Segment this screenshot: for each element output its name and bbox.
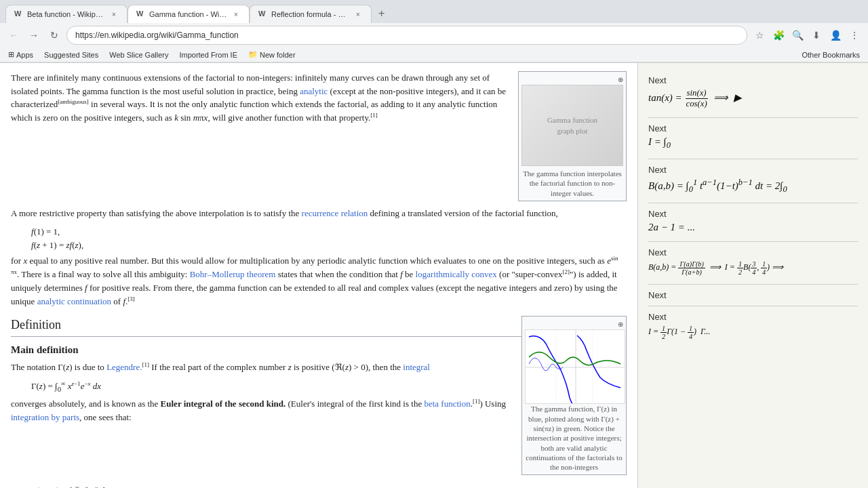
formula-gamma-z1: Γ(z + 1) = ∫0∞ xze−x dx (31, 483, 627, 488)
back-button[interactable]: ← (5, 27, 22, 43)
next-label-3: Next (648, 209, 858, 219)
bm-apps-label: Apps (16, 51, 33, 59)
zoom-icon[interactable]: 🔍 (789, 27, 806, 43)
bm-other-bookmarks[interactable]: Other Bookmarks (799, 49, 863, 60)
link-legendre[interactable]: Legendre. (106, 362, 142, 372)
bm-suggested-sites[interactable]: Suggested Sites (41, 49, 101, 60)
link-analytic[interactable]: analytic (300, 86, 328, 96)
extensions-icon[interactable]: 🧩 (770, 27, 787, 43)
tab-title-beta: Beta function - Wikipedia (27, 10, 106, 18)
image-box-interpolates: ⊕ Gamma functiongraph plot The gamma fun… (518, 71, 627, 201)
next-label-1: Next (648, 123, 858, 134)
divider-2 (648, 203, 858, 203)
apps-icon: ⊞ (8, 50, 14, 59)
link-recurrence[interactable]: recurrence relation (302, 208, 368, 218)
next-label-6: Next (648, 312, 858, 322)
divider-4 (648, 284, 858, 285)
address-bar: ← → ↻ ☆ 🧩 🔍 ⬇ 👤 ⋮ (0, 23, 868, 47)
next-label-2: Next (648, 165, 858, 175)
menu-icon[interactable]: ⋮ (846, 27, 863, 43)
image-box-graph: ⊕ (521, 316, 627, 475)
main-area: ⊕ Gamma functiongraph plot The gamma fun… (0, 63, 868, 488)
tab-title-gamma: Gamma function - Wikipedia (149, 10, 228, 18)
divider-1 (648, 159, 858, 159)
bm-new-folder[interactable]: 📁 New folder (245, 49, 298, 60)
tab-icon-reflection: W (258, 9, 268, 19)
image-placeholder-1: Gamma functiongraph plot (521, 85, 623, 166)
close-tab-gamma[interactable]: × (231, 9, 241, 19)
math-formula-4: B(a,b) = Γ(a)Γ(b)Γ(a+b) ⟹ I = 12B(34, 14… (648, 260, 858, 276)
gamma-graph-placeholder (525, 329, 625, 404)
tab-title-reflection: Reflection formula - Wikipedia (271, 10, 350, 18)
link-integral[interactable]: integral (403, 362, 430, 372)
link-log-convex[interactable]: logarithmically convex (416, 270, 497, 280)
refresh-button[interactable]: ↻ (46, 27, 62, 43)
gamma-z1-eq: Γ(z + 1) = ∫0∞ xze−x dx (31, 485, 108, 488)
svg-rect-0 (526, 330, 625, 404)
close-tab-beta[interactable]: × (109, 9, 119, 19)
bookmark-icon[interactable]: ☆ (751, 27, 768, 43)
bm-other-label: Other Bookmarks (802, 51, 860, 59)
divider-0 (648, 117, 858, 118)
bookmarks-bar: ⊞ Apps Suggested Sites Web Slice Gallery… (0, 47, 868, 62)
bm-folder-icon: 📁 (248, 50, 258, 59)
link-beta-function[interactable]: beta function (424, 399, 470, 409)
address-input[interactable] (66, 26, 747, 45)
image-caption-2: The gamma function, Γ(z) in blue, plotte… (525, 404, 623, 472)
expand-icon-2[interactable]: ⊕ (618, 319, 623, 329)
formula-f1-eq: f(1) = 1, (31, 226, 60, 237)
for-paragraph: for x equal to any positive real number.… (11, 254, 627, 308)
tab-bar: W Beta function - Wikipedia × W Gamma fu… (0, 0, 868, 23)
wiki-article[interactable]: ⊕ Gamma functiongraph plot The gamma fun… (0, 63, 637, 488)
divider-3 (648, 241, 858, 242)
bm-web-slice-label: Web Slice Gallery (109, 51, 168, 59)
browser-chrome: W Beta function - Wikipedia × W Gamma fu… (0, 0, 868, 63)
restrictive-paragraph: A more restrictive property than satisfy… (11, 207, 627, 220)
next-label-0: Next (648, 75, 858, 85)
divider-5 (648, 306, 858, 306)
math-formula-3: 2a − 1 = ... (648, 222, 858, 233)
profile-icon[interactable]: 👤 (827, 27, 844, 43)
bm-suggested-label: Suggested Sites (44, 51, 98, 59)
euler-integral-label: Euler integral of the second kind. (161, 399, 286, 409)
new-tab-button[interactable]: + (372, 4, 391, 23)
bm-web-slice[interactable]: Web Slice Gallery (106, 49, 171, 60)
math-formula-1: I = ∫0 (648, 136, 858, 150)
forward-button[interactable]: → (26, 27, 42, 43)
tab-beta-function[interactable]: W Beta function - Wikipedia × (5, 5, 127, 23)
bm-imported-label: Imported From IE (179, 51, 237, 59)
expand-icon-1[interactable]: ⊕ (618, 75, 623, 85)
bm-imported-ie[interactable]: Imported From IE (176, 49, 240, 60)
right-panel: Next tan(x) = sin(x)cos(x) ⟹ ▶ Next I = … (637, 63, 868, 488)
tab-icon-gamma: W (136, 9, 146, 19)
next-label-5: Next (648, 290, 858, 300)
gamma-integral-eq: Γ(z) = ∫0∞ xz−1e−x dx (31, 381, 101, 391)
link-bohr-mollerup[interactable]: Bohr–Mollerup theorem (190, 270, 276, 280)
bm-new-folder-label: New folder (260, 51, 296, 59)
tab-icon-beta: W (14, 9, 24, 19)
formula-f2-eq: f(z + 1) = zf(z), (31, 240, 83, 250)
toolbar-icons: ☆ 🧩 🔍 ⬇ 👤 ⋮ (751, 27, 863, 43)
next-label-4: Next (648, 247, 858, 258)
link-analytic-continuation[interactable]: analytic continuation (37, 296, 111, 306)
math-formula-0: tan(x) = sin(x)cos(x) ⟹ ▶ (648, 88, 858, 109)
image-desc-1: Gamma functiongraph plot (547, 115, 597, 137)
math-formula-2: B(a,b) = ∫01 ta−1(1−t)b−1 dt = 2∫0 (648, 178, 858, 195)
math-formula-6: I = 12Γ(1 − 14) Γ... (648, 325, 858, 340)
image-caption-1: The gamma function interpolates the fact… (521, 169, 623, 198)
download-icon[interactable]: ⬇ (808, 27, 825, 43)
bm-apps[interactable]: ⊞ Apps (5, 49, 36, 60)
formula-f1: f(1) = 1, f(z + 1) = zf(z), (31, 225, 627, 251)
link-integration-by-parts[interactable]: integration by parts (11, 412, 79, 422)
tab-gamma-function[interactable]: W Gamma function - Wikipedia × (127, 5, 250, 23)
close-tab-reflection[interactable]: × (353, 9, 363, 19)
tab-reflection-formula[interactable]: W Reflection formula - Wikipedia × (250, 5, 372, 23)
